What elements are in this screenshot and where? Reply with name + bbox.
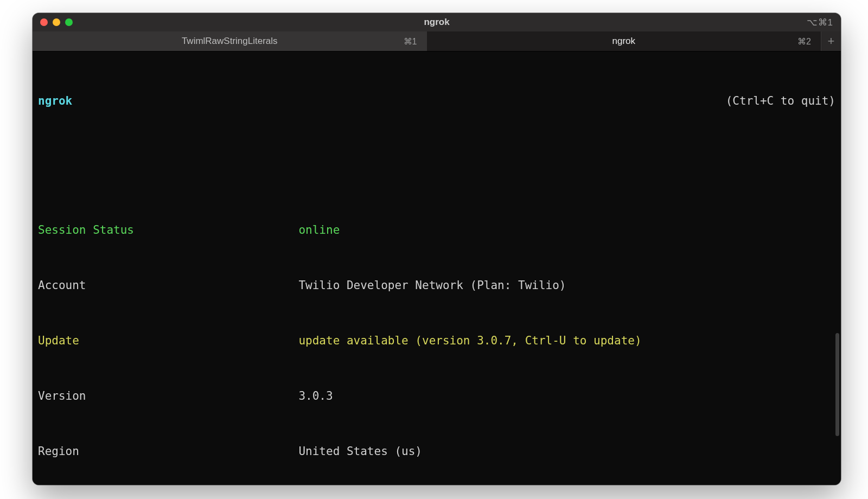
- scrollbar-thumb[interactable]: [835, 333, 839, 436]
- tab-shortcut: ⌘2: [797, 36, 811, 47]
- titlebar: ngrok ⌥⌘1: [33, 13, 841, 31]
- label-session-status: Session Status: [38, 221, 298, 239]
- plus-icon: +: [828, 34, 835, 48]
- tab-shortcut: ⌘1: [404, 36, 417, 47]
- value-update: update available (version 3.0.7, Ctrl-U …: [298, 331, 641, 350]
- tab-label: TwimlRawStringLiterals: [182, 36, 278, 47]
- terminal-body[interactable]: ngrok (Ctrl+C to quit) Session Status on…: [33, 52, 841, 485]
- row-account: Account Twilio Developer Network (Plan: …: [38, 276, 835, 295]
- label-region: Region: [38, 442, 298, 460]
- window-title: ngrok: [33, 17, 841, 28]
- value-account: Twilio Developer Network (Plan: Twilio): [298, 276, 566, 295]
- tab-ngrok[interactable]: ngrok ⌘2: [427, 31, 821, 51]
- tab-bar: TwimlRawStringLiterals ⌘1 ngrok ⌘2 +: [33, 31, 841, 52]
- label-account: Account: [38, 276, 298, 295]
- terminal-window: ngrok ⌥⌘1 TwimlRawStringLiterals ⌘1 ngro…: [33, 13, 841, 485]
- blank-line: [38, 147, 835, 165]
- close-icon[interactable]: [40, 18, 48, 26]
- value-version: 3.0.3: [298, 387, 333, 405]
- window-alt-shortcut: ⌥⌘1: [807, 17, 841, 28]
- header-line: ngrok (Ctrl+C to quit): [38, 92, 835, 110]
- row-update: Update update available (version 3.0.7, …: [38, 331, 835, 350]
- new-tab-button[interactable]: +: [821, 31, 841, 51]
- value-region: United States (us): [298, 442, 422, 460]
- row-version: Version 3.0.3: [38, 387, 835, 405]
- label-update: Update: [38, 331, 298, 350]
- tab-twiml[interactable]: TwimlRawStringLiterals ⌘1: [33, 31, 427, 51]
- app-name: ngrok: [38, 92, 72, 110]
- traffic-lights: [33, 18, 73, 26]
- label-version: Version: [38, 387, 298, 405]
- row-session-status: Session Status online: [38, 221, 835, 239]
- value-session-status: online: [298, 221, 340, 239]
- quit-hint: (Ctrl+C to quit): [726, 92, 835, 110]
- minimize-icon[interactable]: [53, 18, 60, 26]
- zoom-icon[interactable]: [65, 18, 73, 26]
- row-region: Region United States (us): [38, 442, 835, 460]
- tab-label: ngrok: [612, 36, 635, 47]
